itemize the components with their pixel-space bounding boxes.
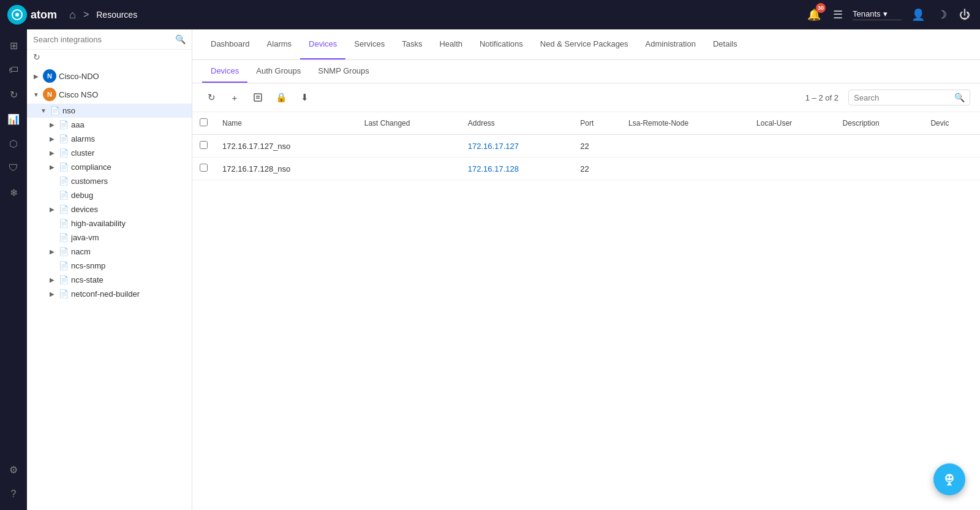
cell-address[interactable]: 172.16.17.127: [461, 135, 573, 158]
tree-label: aaa: [71, 120, 85, 129]
tab-tasks[interactable]: Tasks: [393, 29, 431, 59]
cell-last-changed: [357, 135, 461, 158]
sidebar-item-grid[interactable]: ⊞: [2, 34, 24, 56]
tab-ned-service-packages[interactable]: Ned & Service Packages: [532, 29, 637, 59]
tree-item-java-vm[interactable]: 📄 java-vm: [27, 230, 192, 245]
tree-item-compliance[interactable]: ▶ 📄 compliance: [27, 160, 192, 174]
tree-item-nacm[interactable]: ▶ 📄 nacm: [27, 245, 192, 259]
cell-description: [835, 158, 924, 180]
col-devic: Devic: [923, 112, 980, 135]
svg-rect-7: [950, 476, 952, 478]
chatbot-button[interactable]: [933, 463, 965, 495]
power-icon[interactable]: ⏻: [957, 6, 973, 24]
subtab-auth-groups[interactable]: Auth Groups: [247, 60, 309, 83]
tree-item-debug[interactable]: 📄 debug: [27, 188, 192, 202]
user-icon[interactable]: 👤: [909, 6, 927, 24]
cell-local-user: [749, 135, 835, 158]
tree-label: cluster: [71, 148, 94, 158]
tree-item-netconf-ned-builder[interactable]: ▶ 📄 netconf-ned-builder: [27, 287, 192, 301]
tab-health[interactable]: Health: [431, 29, 471, 59]
sidebar-item-settings[interactable]: ⚙: [2, 459, 24, 481]
file-icon: 📄: [59, 148, 69, 158]
sidebar-item-map[interactable]: ⬡: [2, 132, 24, 154]
table-row: 172.16.17.128_nso 172.16.17.128 22: [192, 158, 980, 180]
theme-icon[interactable]: ☽: [935, 6, 949, 24]
export-button[interactable]: [249, 88, 267, 107]
notifications-icon[interactable]: 🔔 30: [805, 6, 823, 24]
content-area: Dashboard Alarms Devices Services Tasks …: [192, 29, 980, 510]
tree-item-ncs-snmp[interactable]: 📄 ncs-snmp: [27, 259, 192, 273]
chevron-icon: ▶: [48, 206, 56, 213]
lock-button[interactable]: 🔒: [272, 88, 290, 107]
chevron-icon: ▶: [48, 150, 56, 156]
tab-administration[interactable]: Administration: [637, 29, 704, 59]
cell-lsa-remote-node: [621, 158, 749, 180]
tree-item-customers[interactable]: 📄 customers: [27, 174, 192, 188]
tree-label: debug: [71, 191, 93, 200]
tenant-chevron-icon: ▾: [883, 9, 888, 18]
tree-refresh-icon[interactable]: ↻: [27, 50, 192, 64]
sidebar-item-shield[interactable]: 🛡: [2, 157, 24, 179]
file-icon: 📄: [59, 219, 69, 228]
row-checkbox[interactable]: [200, 164, 208, 172]
chevron-placeholder: [48, 262, 56, 269]
search-icon[interactable]: 🔍: [954, 93, 965, 102]
tree-item-devices[interactable]: ▶ 📄 devices: [27, 202, 192, 216]
tree-item-cisco-nso[interactable]: ▼ N Cisco NSO: [27, 85, 192, 104]
menu-icon[interactable]: ☰: [831, 6, 845, 24]
app-logo: atom: [7, 5, 57, 25]
tab-dashboard[interactable]: Dashboard: [202, 29, 258, 59]
home-icon[interactable]: ⌂: [69, 9, 76, 21]
sidebar-item-help[interactable]: ?: [2, 483, 24, 505]
subtab-devices[interactable]: Devices: [202, 60, 247, 83]
tab-devices[interactable]: Devices: [300, 29, 345, 59]
tab-services[interactable]: Services: [345, 29, 393, 59]
file-icon: 📄: [59, 120, 69, 129]
sidebar-item-snowflake[interactable]: ❄: [2, 181, 24, 204]
tree-item-nso[interactable]: ▼ 📄 nso: [27, 104, 192, 118]
cell-address[interactable]: 172.16.17.128: [461, 158, 573, 180]
file-icon: 📄: [59, 261, 69, 270]
tab-details[interactable]: Details: [704, 29, 746, 59]
chevron-icon: ▼: [39, 107, 48, 114]
tree-item-high-availability[interactable]: 📄 high-availability: [27, 216, 192, 230]
sidebar-item-tag[interactable]: 🏷: [2, 59, 24, 81]
file-icon: 📄: [50, 106, 60, 115]
cell-name: 172.16.17.128_nso: [215, 158, 357, 180]
chevron-icon: ▶: [48, 121, 56, 128]
search-input[interactable]: [33, 35, 172, 44]
tree-label: ncs-snmp: [71, 261, 105, 270]
file-icon: 📄: [59, 247, 69, 256]
col-last-changed: Last Changed: [357, 112, 461, 135]
sidebar-item-refresh[interactable]: ↻: [2, 83, 24, 105]
tree-item-aaa[interactable]: ▶ 📄 aaa: [27, 118, 192, 132]
select-all-checkbox[interactable]: [200, 118, 208, 126]
tree-item-cisco-ndo[interactable]: ▶ N Cisco-NDO: [27, 67, 192, 85]
svg-rect-2: [254, 94, 262, 101]
row-checkbox[interactable]: [200, 141, 208, 149]
sidebar-item-chart[interactable]: 📊: [2, 108, 24, 130]
tree-item-ncs-state[interactable]: ▶ 📄 ncs-state: [27, 273, 192, 287]
search-icon[interactable]: 🔍: [175, 34, 186, 44]
subtab-snmp-groups[interactable]: SNMP Groups: [309, 60, 378, 83]
chevron-placeholder: [48, 192, 56, 199]
add-button[interactable]: +: [225, 88, 244, 107]
tree-item-cluster[interactable]: ▶ 📄 cluster: [27, 146, 192, 160]
cell-local-user: [749, 158, 835, 180]
tab-alarms[interactable]: Alarms: [258, 29, 300, 59]
tree-item-alarms[interactable]: ▶ 📄 alarms: [27, 132, 192, 146]
tenant-selector[interactable]: Tenants ▾: [853, 9, 902, 20]
cell-port: 22: [573, 158, 621, 180]
select-all-header: [192, 112, 215, 135]
table-container: Name Last Changed Address Port Lsa-Remot…: [192, 112, 980, 510]
tab-notifications[interactable]: Notifications: [471, 29, 532, 59]
refresh-button[interactable]: ↻: [202, 88, 221, 107]
logo-icon: [7, 5, 27, 25]
cell-devic: [923, 158, 980, 180]
chevron-placeholder: [48, 178, 56, 185]
chevron-icon: ▶: [48, 248, 56, 255]
search-input[interactable]: [854, 93, 952, 102]
download-button[interactable]: ⬇: [295, 88, 314, 107]
col-address: Address: [461, 112, 573, 135]
tree-label: compliance: [71, 162, 111, 172]
